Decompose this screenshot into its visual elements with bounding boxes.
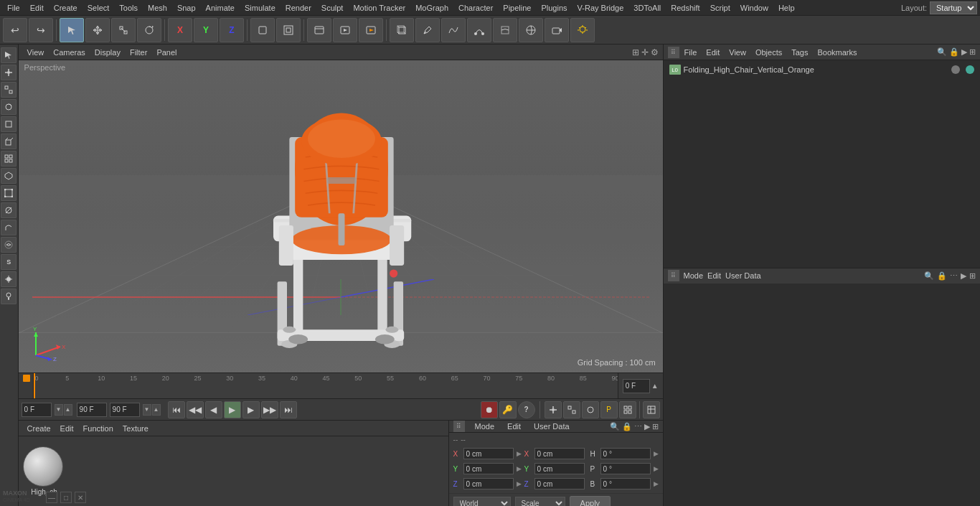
nurbs-button[interactable] bbox=[467, 18, 491, 42]
rp-menu-file[interactable]: File bbox=[680, 47, 702, 57]
mat-menu-edit[interactable]: Edit bbox=[56, 423, 78, 434]
lt-select[interactable] bbox=[1, 47, 17, 63]
end-frame-input2[interactable] bbox=[110, 403, 140, 417]
attr-menu-edit[interactable]: Edit bbox=[503, 421, 525, 431]
end-frame-down[interactable]: ▼ bbox=[143, 404, 151, 416]
viewport[interactable]: View Cameras Display Filter Panel ⊞ ✛ ⚙ … bbox=[19, 44, 663, 373]
rp-menu-objects[interactable]: Objects bbox=[751, 47, 786, 57]
attr2-expand-icon[interactable]: ⊞ bbox=[969, 271, 976, 281]
attr-z-pos-input[interactable] bbox=[463, 478, 514, 489]
attr-z-pos2-input[interactable] bbox=[534, 478, 585, 489]
attr-y-pos-input[interactable] bbox=[463, 463, 514, 474]
vp-menu-view[interactable]: View bbox=[23, 47, 49, 57]
render-picture-viewer-button[interactable] bbox=[333, 18, 357, 42]
timeline-ruler[interactable]: 0 5 10 15 20 25 30 35 40 45 50 55 60 65 bbox=[34, 373, 618, 399]
lt-scale[interactable] bbox=[1, 82, 17, 98]
pb-timeline-toggle[interactable] bbox=[643, 401, 660, 418]
step-forward-button[interactable]: ▶ bbox=[242, 401, 260, 418]
attr-search-icon[interactable]: 🔍 bbox=[610, 422, 620, 431]
rp-lock-icon[interactable]: 🔒 bbox=[949, 47, 959, 57]
lt-polygon[interactable] bbox=[1, 185, 17, 201]
material-preview[interactable] bbox=[23, 446, 63, 487]
mat-menu-function[interactable]: Function bbox=[79, 423, 118, 434]
attr-dots-icon[interactable]: ⋯ bbox=[634, 422, 642, 431]
rp-menu-view[interactable]: View bbox=[725, 47, 750, 57]
menu-script[interactable]: Script bbox=[706, 2, 735, 14]
spline-button[interactable] bbox=[441, 18, 466, 42]
attr-h-arrow[interactable]: ▶ bbox=[654, 450, 659, 457]
attr2-edit-menu[interactable]: Edit bbox=[707, 271, 721, 280]
vp-menu-cameras[interactable]: Cameras bbox=[49, 47, 90, 57]
lt-paint[interactable] bbox=[1, 289, 17, 304]
x-axis-button[interactable]: X bbox=[168, 18, 192, 42]
vp-menu-panel[interactable]: Panel bbox=[152, 47, 181, 57]
mat-menu-texture[interactable]: Texture bbox=[118, 423, 153, 434]
rp-down-icon[interactable]: ▶ bbox=[961, 47, 967, 57]
pb-key-mode[interactable]: P bbox=[600, 401, 618, 418]
attr2-lock-icon[interactable]: 🔒 bbox=[937, 271, 947, 281]
end-frame-up[interactable]: ▲ bbox=[152, 404, 161, 416]
render-region-button[interactable] bbox=[276, 18, 301, 42]
cube-button[interactable] bbox=[390, 18, 414, 42]
auto-key-button[interactable]: 🔑 bbox=[499, 401, 517, 418]
scale-dropdown[interactable]: Scale bbox=[515, 497, 565, 506]
menu-redshift[interactable]: Redshift bbox=[666, 2, 704, 14]
scale-tool-button[interactable] bbox=[111, 18, 136, 42]
pb-rotate-tool[interactable] bbox=[582, 401, 599, 418]
attr-z-arrow[interactable]: ▶ bbox=[517, 480, 522, 487]
menu-3dtoall[interactable]: 3DToAll bbox=[629, 2, 665, 14]
z-axis-button[interactable]: Z bbox=[220, 18, 244, 42]
vp-icon-settings[interactable]: ⚙ bbox=[651, 47, 659, 57]
start-frame-input[interactable] bbox=[22, 403, 52, 417]
current-frame-input[interactable] bbox=[623, 379, 650, 393]
lt-subdivide[interactable] bbox=[1, 168, 17, 184]
attr-menu-mode[interactable]: Mode bbox=[471, 421, 499, 431]
render-button[interactable] bbox=[359, 18, 383, 42]
attr-p-arrow[interactable]: ▶ bbox=[654, 465, 659, 472]
menu-create[interactable]: Create bbox=[50, 2, 82, 14]
mat-menu-create[interactable]: Create bbox=[23, 423, 55, 434]
rp-search-icon[interactable]: 🔍 bbox=[937, 47, 947, 57]
deformer-button[interactable] bbox=[493, 18, 517, 42]
light-button[interactable] bbox=[570, 18, 595, 42]
go-to-end-button[interactable]: ⏭ bbox=[280, 401, 297, 418]
world-dropdown[interactable]: World bbox=[453, 497, 511, 506]
pb-grid-button[interactable] bbox=[619, 401, 636, 418]
pen-button[interactable] bbox=[415, 18, 440, 42]
record-button[interactable]: ⏺ bbox=[481, 401, 498, 418]
menu-edit[interactable]: Edit bbox=[26, 2, 48, 14]
attr2-more-icon[interactable]: ⋯ bbox=[950, 271, 958, 281]
lt-extrude[interactable] bbox=[1, 133, 17, 149]
frame-arrow[interactable]: ▲ bbox=[651, 382, 659, 390]
minimize-button[interactable]: — bbox=[46, 492, 57, 503]
pb-scale-tool[interactable] bbox=[563, 401, 580, 418]
menu-motion-tracker[interactable]: Motion Tracker bbox=[349, 2, 410, 14]
attr-y-pos2-input[interactable] bbox=[534, 463, 585, 474]
attr-x-pos-input[interactable] bbox=[463, 448, 514, 459]
next-frame-button[interactable]: ▶▶ bbox=[261, 401, 278, 418]
attr-arrow-icon[interactable]: ▶ bbox=[644, 422, 650, 431]
menu-render[interactable]: Render bbox=[281, 2, 316, 14]
menu-simulate[interactable]: Simulate bbox=[240, 2, 280, 14]
vp-menu-display[interactable]: Display bbox=[90, 47, 125, 57]
menu-help[interactable]: Help bbox=[774, 2, 799, 14]
attr-x-pos2-input[interactable] bbox=[534, 448, 585, 459]
menu-animate[interactable]: Animate bbox=[202, 2, 239, 14]
end-frame-input[interactable] bbox=[77, 403, 107, 417]
vp-icon-expand[interactable]: ⊞ bbox=[632, 47, 639, 57]
vp-icon-cross[interactable]: ✛ bbox=[641, 47, 649, 57]
layout-select[interactable]: Startup bbox=[930, 1, 977, 14]
menu-vray[interactable]: V-Ray Bridge bbox=[573, 2, 628, 14]
redo-button[interactable]: ↪ bbox=[29, 18, 53, 42]
attr-b-input[interactable] bbox=[600, 478, 651, 489]
lt-bend[interactable] bbox=[1, 220, 17, 235]
rotate-tool-button[interactable] bbox=[137, 18, 161, 42]
lt-smooth[interactable]: S bbox=[1, 254, 17, 270]
menu-pipeline[interactable]: Pipeline bbox=[499, 2, 535, 14]
attr-b-arrow[interactable]: ▶ bbox=[654, 480, 659, 487]
timeline-playhead[interactable] bbox=[34, 373, 35, 399]
frame-up[interactable]: ▲ bbox=[64, 404, 72, 416]
attr-menu-userdata[interactable]: User Data bbox=[529, 421, 574, 431]
lt-cube[interactable] bbox=[1, 116, 17, 132]
menu-character[interactable]: Character bbox=[454, 2, 497, 14]
